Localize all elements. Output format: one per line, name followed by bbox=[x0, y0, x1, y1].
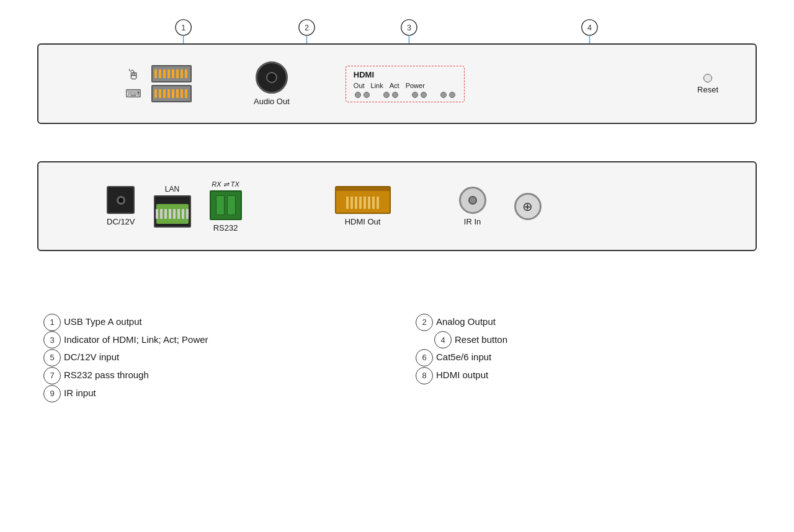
ground-area: ⊕ bbox=[514, 193, 542, 220]
top-spacer bbox=[37, 12, 757, 43]
hdmi-pin-6 bbox=[368, 197, 370, 209]
legend-item-1: 1 USB Type A output bbox=[43, 313, 378, 331]
legend-text-2: Analog Output bbox=[436, 313, 496, 330]
legend-right-col: 2 Analog Output 4 Reset button 6 Cat5e/6… bbox=[416, 313, 751, 402]
lan-area: LAN bbox=[154, 185, 191, 228]
legend-callout-9: 9 bbox=[43, 385, 61, 402]
lan-pin-5 bbox=[173, 209, 176, 219]
hdmi-indicator-box: HDMI Out Link Act Power bbox=[346, 66, 465, 102]
hdmi-pin-3 bbox=[355, 197, 357, 209]
legend-callout-4: 4 bbox=[434, 331, 452, 348]
lan-pin-6 bbox=[177, 209, 180, 219]
legend-text-5: DC/12V input bbox=[64, 348, 119, 365]
legend-callout-2: 2 bbox=[416, 314, 433, 331]
legend-text-1: USB Type A output bbox=[64, 313, 142, 330]
lan-pin-2 bbox=[160, 209, 163, 219]
hdmi-pin-5 bbox=[364, 197, 366, 209]
ground-connector: ⊕ bbox=[514, 193, 542, 220]
legend-item-9: 9 IR input bbox=[43, 384, 378, 402]
legend-item-2: 2 Analog Output bbox=[416, 313, 751, 331]
usb-port-1 bbox=[151, 65, 192, 82]
bottom-panel: DC/12V LAN bbox=[37, 161, 757, 251]
usb-area: 🖱 ⌨ bbox=[125, 65, 192, 102]
legend-item-3: 3 Indicator of HDMI; Link; Act; Power bbox=[43, 331, 378, 349]
panel-gap bbox=[37, 124, 757, 161]
legend-text-8: HDMI output bbox=[436, 366, 488, 383]
led-link-2 bbox=[392, 92, 398, 98]
rs232-area: RX ⇌ TX RS232 bbox=[210, 180, 242, 233]
legend-callout-7: 7 bbox=[43, 367, 61, 384]
top-panel: 🖱 ⌨ Audio Out HDMI bbox=[37, 43, 757, 124]
hdmi-out-label: HDMI Out bbox=[345, 217, 381, 226]
reset-area: Reset bbox=[697, 74, 718, 94]
lan-port-inner bbox=[156, 204, 189, 224]
audio-jack-inner bbox=[266, 72, 277, 83]
led-act-1 bbox=[412, 92, 418, 98]
legend-callout-6: 6 bbox=[416, 349, 433, 366]
lan-pins bbox=[156, 209, 189, 219]
reset-button[interactable] bbox=[703, 74, 712, 82]
legend-left-col: 1 USB Type A output 3 Indicator of HDMI;… bbox=[43, 313, 378, 402]
hdmi-pin-7 bbox=[372, 197, 375, 209]
audio-out-area: Audio Out bbox=[254, 61, 290, 106]
bottom-callout-spacer bbox=[37, 251, 757, 313]
legend: 1 USB Type A output 3 Indicator of HDMI;… bbox=[37, 313, 757, 402]
dc-label: DC/12V bbox=[107, 217, 135, 226]
hdmi-pin-1 bbox=[346, 197, 349, 209]
rs232-label: RS232 bbox=[213, 223, 238, 233]
hdmi-indicator-area: HDMI Out Link Act Power bbox=[346, 66, 465, 102]
hdmi-out-pins bbox=[346, 197, 379, 209]
ir-jack-inner bbox=[468, 196, 477, 205]
lan-pin-3 bbox=[164, 209, 167, 219]
hdmi-label-out: Out bbox=[354, 82, 365, 89]
audio-out-label: Audio Out bbox=[254, 97, 290, 106]
lan-label-top: LAN bbox=[165, 185, 179, 193]
led-power-2 bbox=[449, 92, 455, 98]
usb-ports bbox=[151, 65, 192, 102]
hdmi-label-power: Power bbox=[406, 82, 425, 89]
led-group-link bbox=[382, 92, 399, 98]
lan-pin-4 bbox=[169, 209, 171, 219]
lan-port bbox=[154, 195, 191, 228]
diagram-wrapper: 1 2 3 4 5 6 7 8 9 bbox=[37, 12, 757, 313]
ir-label: IR In bbox=[464, 217, 481, 226]
hdmi-leds-row bbox=[354, 92, 457, 98]
hdmi-label-link: Link bbox=[371, 82, 383, 89]
led-group-power bbox=[439, 92, 457, 98]
hdmi-pin-8 bbox=[377, 197, 379, 209]
hdmi-box-title: HDMI bbox=[354, 70, 374, 79]
legend-item-5: 5 DC/12V input bbox=[43, 348, 378, 366]
hdmi-labels-row: Out Link Act Power bbox=[354, 82, 425, 89]
dc-inner bbox=[117, 196, 125, 205]
top-panel-inner: 🖱 ⌨ Audio Out HDMI bbox=[51, 51, 743, 117]
led-power-1 bbox=[440, 92, 447, 98]
bottom-panel-inner: DC/12V LAN bbox=[51, 169, 743, 244]
hdmi-out-area: HDMI Out bbox=[335, 186, 391, 226]
hdmi-label-act: Act bbox=[390, 82, 399, 89]
keyboard-icon: ⌨ bbox=[125, 87, 141, 100]
rs232-terminal-1 bbox=[216, 195, 225, 215]
rs232-connector bbox=[210, 190, 242, 220]
dc-connector bbox=[107, 186, 135, 214]
led-act-2 bbox=[421, 92, 427, 98]
legend-text-3: Indicator of HDMI; Link; Act; Power bbox=[64, 331, 208, 348]
lan-pin-8 bbox=[186, 209, 189, 219]
hdmi-out-connector bbox=[335, 186, 391, 214]
audio-jack bbox=[256, 61, 288, 94]
rs232-rxtx-label: RX ⇌ TX bbox=[212, 180, 239, 188]
ir-jack bbox=[459, 187, 486, 214]
led-out-1 bbox=[355, 92, 361, 98]
hdmi-pin-2 bbox=[350, 197, 353, 209]
legend-item-6: 6 Cat5e/6 input bbox=[416, 348, 751, 366]
legend-callout-5: 5 bbox=[43, 349, 61, 366]
led-group-out bbox=[354, 92, 371, 98]
led-group-act bbox=[411, 92, 428, 98]
legend-callout-1: 1 bbox=[43, 314, 61, 331]
legend-callout-3: 3 bbox=[43, 331, 61, 348]
legend-item-4: 4 Reset button bbox=[416, 331, 751, 349]
legend-text-7: RS232 pass through bbox=[64, 366, 149, 383]
legend-callout-8: 8 bbox=[416, 367, 433, 384]
legend-text-9: IR input bbox=[64, 384, 96, 401]
hdmi-pin-4 bbox=[359, 197, 362, 209]
mouse-icon: 🖱 bbox=[127, 67, 140, 83]
